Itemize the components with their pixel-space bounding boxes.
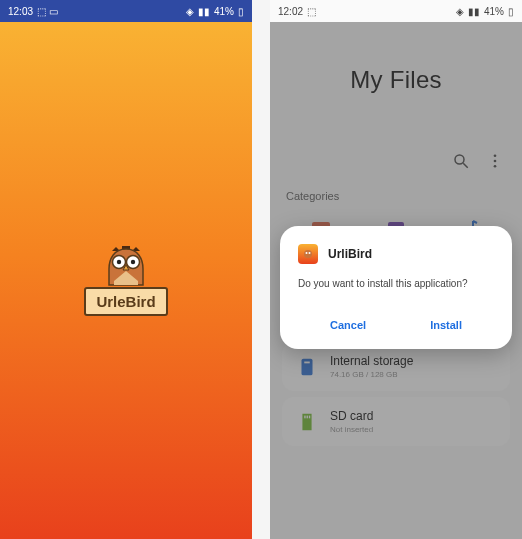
phone-left-splash: 12:03 ⬚ ▭ ◈ ▮▮ 41% ▯ UrleBird — [0, 0, 252, 539]
svg-point-27 — [309, 252, 311, 254]
cancel-button[interactable]: Cancel — [318, 311, 378, 339]
owl-icon — [102, 245, 150, 289]
wifi-icon: ◈ — [186, 6, 194, 17]
svg-point-26 — [306, 252, 308, 254]
splash-screen: UrleBird — [0, 22, 252, 539]
phone-right-files: 12:02 ⬚ ◈ ▮▮ 41% ▯ My Files Categories — [270, 0, 522, 539]
status-misc-icon: ⬚ — [307, 6, 316, 17]
battery-text: 41% — [214, 6, 234, 17]
signal-icon: ▮▮ — [468, 6, 480, 17]
dialog-title: UrliBird — [328, 247, 372, 261]
status-misc-icon: ⬚ ▭ — [37, 6, 58, 17]
signal-icon: ▮▮ — [198, 6, 210, 17]
app-logo: UrleBird — [84, 245, 167, 316]
battery-icon: ▯ — [238, 6, 244, 17]
wifi-icon: ◈ — [456, 6, 464, 17]
dialog-app-icon — [298, 244, 318, 264]
svg-point-3 — [117, 260, 121, 264]
statusbar-right: 12:02 ⬚ ◈ ▮▮ 41% ▯ — [270, 0, 522, 22]
install-dialog: UrliBird Do you want to install this app… — [280, 226, 512, 349]
statusbar-left: 12:03 ⬚ ▭ ◈ ▮▮ 41% ▯ — [0, 0, 252, 22]
status-time: 12:03 — [8, 6, 33, 17]
brand-label: UrleBird — [84, 287, 167, 316]
dialog-message: Do you want to install this application? — [298, 278, 494, 289]
svg-point-25 — [304, 250, 312, 258]
install-button[interactable]: Install — [418, 311, 474, 339]
battery-text: 41% — [484, 6, 504, 17]
status-time: 12:02 — [278, 6, 303, 17]
svg-point-4 — [131, 260, 135, 264]
battery-icon: ▯ — [508, 6, 514, 17]
